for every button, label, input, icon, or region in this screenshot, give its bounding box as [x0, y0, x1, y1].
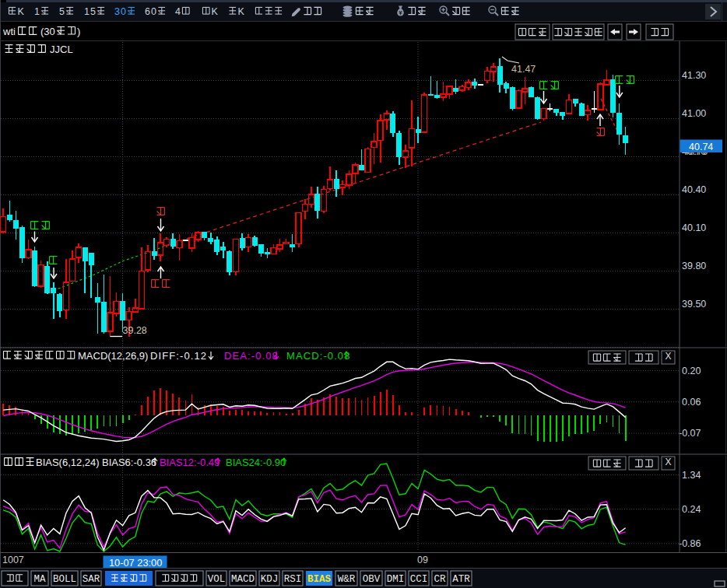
- svg-text:40.10: 40.10: [682, 222, 706, 233]
- svg-text:0.06: 0.06: [682, 397, 701, 408]
- svg-text:10-07 23:00: 10-07 23:00: [109, 557, 162, 569]
- svg-text:DEA:-0.08: DEA:-0.08: [224, 350, 279, 362]
- svg-text:-0.07: -0.07: [679, 428, 701, 439]
- svg-text:6: 6: [145, 6, 150, 17]
- svg-text:¥: ¥: [399, 9, 402, 16]
- svg-text:SAR: SAR: [83, 574, 100, 585]
- svg-text:MACD:-0.08: MACD:-0.08: [286, 350, 351, 362]
- svg-text:39.50: 39.50: [682, 299, 706, 310]
- svg-text:BIAS24:-0.90: BIAS24:-0.90: [226, 457, 286, 468]
- svg-text:39.80: 39.80: [682, 261, 706, 271]
- svg-text:0.20: 0.20: [682, 366, 701, 376]
- svg-text:): ): [77, 26, 80, 37]
- svg-text:BIAS12:-0.49: BIAS12:-0.49: [160, 457, 220, 468]
- svg-text:41.00: 41.00: [682, 108, 706, 119]
- svg-text:40.74: 40.74: [689, 142, 713, 152]
- svg-text:wti: wti: [2, 26, 16, 37]
- svg-text:MA: MA: [33, 574, 46, 585]
- svg-text:VOL: VOL: [208, 574, 226, 585]
- svg-text:BOLL: BOLL: [53, 574, 76, 585]
- svg-text:3: 3: [114, 6, 120, 17]
- svg-text:CR: CR: [434, 574, 446, 585]
- svg-text:41.30: 41.30: [682, 70, 706, 81]
- svg-text:MACD(12,26,9): MACD(12,26,9): [78, 350, 148, 362]
- svg-text:09: 09: [417, 555, 428, 565]
- svg-text:1007: 1007: [2, 555, 24, 565]
- svg-text:K: K: [18, 6, 25, 17]
- svg-text:BIAS(6,12,24): BIAS(6,12,24): [36, 457, 100, 468]
- svg-text:RSI: RSI: [284, 574, 302, 585]
- svg-text:ATR: ATR: [452, 574, 470, 585]
- svg-text:MACD: MACD: [231, 574, 255, 585]
- svg-text:OBV: OBV: [363, 574, 381, 585]
- svg-text:-0.86: -0.86: [679, 538, 701, 549]
- svg-text:K: K: [238, 6, 245, 17]
- svg-text:K: K: [212, 6, 219, 17]
- svg-text:KDJ: KDJ: [261, 574, 279, 585]
- svg-text:1.34: 1.34: [682, 470, 701, 481]
- svg-text:39.28: 39.28: [123, 325, 147, 336]
- svg-text:BIAS: BIAS: [307, 574, 332, 585]
- svg-text:1: 1: [34, 6, 40, 17]
- svg-text:(30: (30: [40, 26, 55, 37]
- svg-text:W&R: W&R: [338, 574, 356, 585]
- svg-text:JJCL: JJCL: [50, 44, 73, 55]
- svg-text:DIFF:-0.12: DIFF:-0.12: [150, 350, 207, 362]
- svg-text:0: 0: [151, 6, 156, 17]
- svg-text:X: X: [665, 351, 671, 362]
- svg-text:4: 4: [175, 6, 181, 17]
- svg-text:BIAS6:-0.36: BIAS6:-0.36: [102, 457, 156, 468]
- svg-text:0: 0: [121, 6, 126, 17]
- svg-text:5: 5: [59, 6, 65, 17]
- svg-text:DMI: DMI: [387, 574, 405, 585]
- svg-text:CCI: CCI: [410, 574, 428, 585]
- svg-text:5: 5: [90, 6, 96, 17]
- svg-text:41.47: 41.47: [511, 64, 536, 75]
- svg-text:40.40: 40.40: [682, 184, 706, 195]
- svg-text:X: X: [665, 457, 671, 467]
- svg-text:1: 1: [84, 6, 90, 17]
- svg-text:0.24: 0.24: [682, 504, 701, 515]
